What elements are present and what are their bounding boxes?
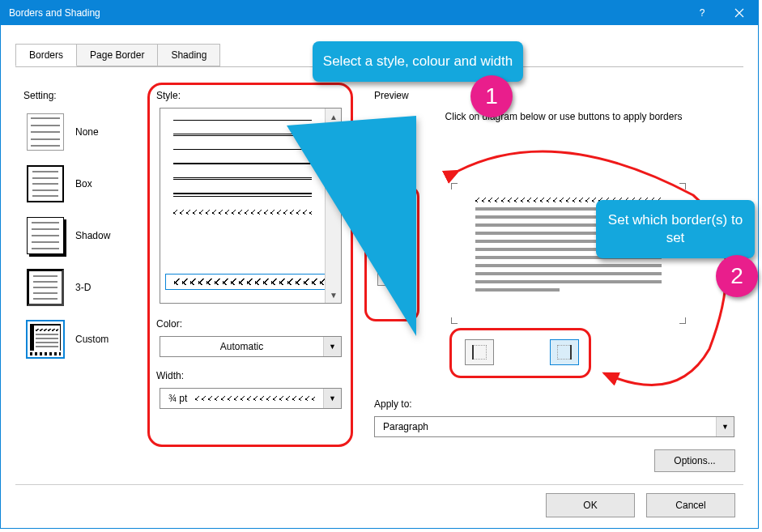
window-title: Borders and Shading — [1, 7, 683, 19]
setting-3d[interactable]: 3-D — [27, 262, 148, 313]
borders-shading-dialog: Borders and Shading ? Borders Page Borde… — [0, 0, 759, 529]
annotation-callout-2: Set which border(s) to set — [596, 200, 755, 258]
tab-borders[interactable]: Borders — [15, 44, 77, 66]
options-button[interactable]: Options... — [654, 449, 735, 472]
ok-button[interactable]: OK — [546, 493, 635, 517]
setting-box[interactable]: Box — [27, 158, 148, 210]
annotation-badge-1: 1 — [470, 75, 513, 117]
apply-to-label: Apply to: — [374, 398, 412, 410]
setting-custom[interactable]: Custom — [27, 313, 148, 365]
custom-icon — [27, 321, 64, 358]
width-preview — [195, 396, 315, 401]
tab-shading[interactable]: Shading — [157, 44, 220, 66]
tab-page-border[interactable]: Page Border — [76, 44, 158, 66]
titlebar: Borders and Shading ? — [1, 1, 758, 25]
threed-icon — [27, 269, 64, 306]
setting-list: None Box Shadow 3-D Custom — [27, 106, 148, 365]
style-label: Style: — [156, 90, 181, 101]
close-button[interactable] — [721, 1, 758, 25]
shadow-icon — [27, 217, 64, 254]
apply-to-dropdown[interactable]: Paragraph ▼ — [374, 416, 734, 437]
border-right-button[interactable] — [550, 339, 579, 365]
annotation-badge-2: 2 — [716, 255, 758, 297]
setting-shadow[interactable]: Shadow — [27, 210, 148, 262]
tab-strip: Borders Page Border Shading — [15, 44, 219, 66]
chevron-down-icon: ▼ — [323, 337, 341, 356]
color-label: Color: — [156, 318, 182, 330]
chevron-down-icon: ▼ — [323, 389, 341, 408]
cancel-button[interactable]: Cancel — [646, 493, 735, 517]
color-dropdown[interactable]: Automatic ▼ — [160, 336, 342, 357]
width-dropdown[interactable]: ¾ pt ▼ — [160, 388, 342, 409]
box-icon — [27, 165, 64, 202]
setting-label: Setting: — [23, 90, 57, 101]
width-label: Width: — [156, 370, 184, 381]
none-icon — [27, 113, 64, 151]
setting-none[interactable]: None — [27, 106, 148, 158]
border-left-button[interactable] — [465, 339, 494, 365]
chevron-down-icon: ▼ — [716, 417, 734, 436]
preview-label: Preview — [374, 90, 409, 101]
help-button[interactable]: ? — [683, 1, 721, 25]
